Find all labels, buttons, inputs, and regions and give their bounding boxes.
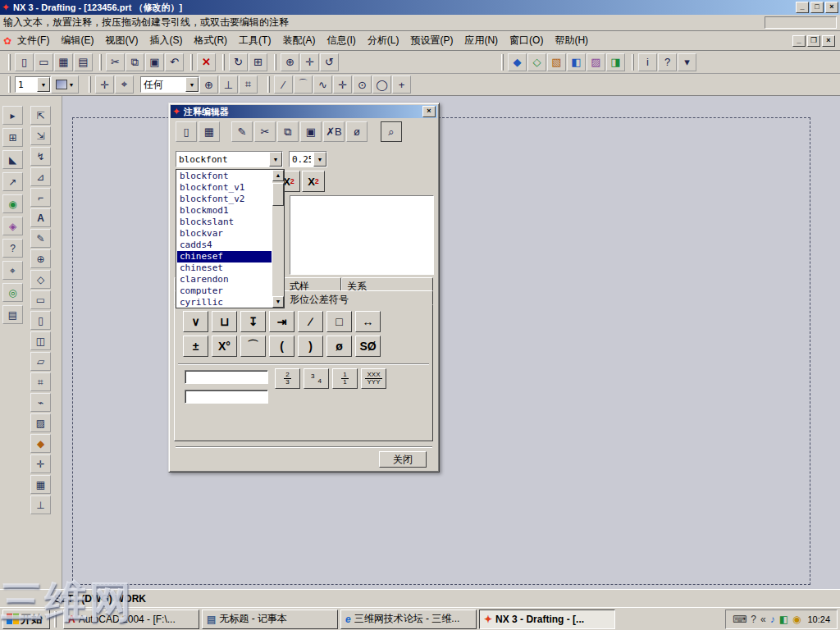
preview-icon[interactable]: ⌕: [381, 121, 402, 142]
dialog-titlebar[interactable]: ✦ 注释编辑器 ×: [171, 105, 437, 118]
menu-item[interactable]: 插入(S): [144, 31, 188, 50]
point-icon[interactable]: ✛: [333, 75, 352, 94]
draft-tool-12-icon[interactable]: ◫: [30, 331, 51, 350]
refresh-icon[interactable]: ↻: [229, 53, 248, 71]
font-combo[interactable]: ▼: [176, 151, 283, 167]
layers-icon[interactable]: ▧: [547, 53, 566, 71]
symbol-button[interactable]: ∨: [183, 311, 208, 332]
draft-tool-2-icon[interactable]: ⇲: [30, 126, 51, 145]
monitor-icon[interactable]: ◉: [792, 614, 801, 625]
zoom-icon[interactable]: ⊕: [281, 53, 299, 71]
child-restore-button[interactable]: ❐: [807, 35, 820, 47]
collapse-icon[interactable]: «: [760, 614, 766, 625]
fraction-style-button[interactable]: XXX YYY: [361, 368, 386, 389]
font-list-item[interactable]: blockvar: [177, 228, 272, 240]
dock-tool-9-icon[interactable]: ◎: [2, 283, 23, 302]
symbol-button[interactable]: ): [298, 336, 323, 357]
chevron-down-icon[interactable]: ▼: [37, 77, 50, 92]
draft-tool-11-icon[interactable]: ▯: [30, 311, 51, 330]
draft-tool-3-icon[interactable]: ↯: [30, 147, 51, 166]
pan-icon[interactable]: ✛: [300, 53, 319, 71]
symbol-button[interactable]: ↧: [240, 311, 266, 332]
info-icon[interactable]: i: [638, 53, 657, 71]
fit-view-icon[interactable]: ⊞: [249, 53, 267, 71]
arc-icon[interactable]: ⌒: [294, 75, 313, 94]
menu-item[interactable]: 信息(I): [321, 31, 361, 50]
align-icon[interactable]: ⌗: [239, 75, 258, 94]
font-list-item[interactable]: blockfont_v2: [177, 194, 272, 205]
volume-icon[interactable]: ♪: [770, 614, 775, 625]
scrollbar-thumb[interactable]: [272, 183, 284, 206]
dock-tool-3-icon[interactable]: ◣: [2, 150, 23, 169]
cut-icon[interactable]: ✂: [254, 121, 276, 142]
network-icon[interactable]: ◧: [779, 614, 788, 625]
menu-item[interactable]: 编辑(E): [55, 31, 99, 50]
keyboard-icon[interactable]: ⌨: [733, 614, 746, 625]
menu-item[interactable]: 窗口(O): [504, 31, 549, 50]
symbol-button[interactable]: □: [326, 311, 352, 332]
clear-format-icon[interactable]: ✗B: [323, 121, 345, 142]
draft-tool-14-icon[interactable]: ⌗: [30, 372, 51, 391]
taskbar-task[interactable]: e 三维网技术论坛 - 三维...: [340, 609, 477, 629]
symbol-button[interactable]: ⊔: [212, 311, 237, 332]
constraint-icon[interactable]: ⊥: [219, 75, 238, 94]
modeling-app-icon[interactable]: ◧: [567, 53, 586, 71]
draft-tool-20-icon[interactable]: ⊥: [30, 495, 51, 514]
new-text-icon[interactable]: ▯: [176, 121, 197, 142]
child-close-button[interactable]: ×: [822, 35, 835, 47]
draft-tool-4-icon[interactable]: ⊿: [30, 167, 51, 186]
selection-filter-input[interactable]: [141, 77, 185, 92]
copy-icon[interactable]: ⧉: [126, 53, 144, 71]
customize-icon[interactable]: ▾: [678, 53, 696, 71]
sheet-number-combo[interactable]: ▼: [15, 76, 51, 93]
tab-relation[interactable]: 关系: [341, 277, 433, 291]
undo-icon[interactable]: ↶: [165, 53, 184, 71]
toolbar-drag-handle[interactable]: [267, 76, 270, 93]
dialog-close-action-button[interactable]: 关闭: [379, 451, 427, 468]
scroll-down-icon[interactable]: ▼: [272, 296, 284, 308]
menu-item[interactable]: 帮助(H): [549, 31, 594, 50]
symbol-button[interactable]: (: [269, 336, 294, 357]
dock-tool-8-icon[interactable]: ⌖: [2, 261, 23, 280]
toolbar-drag-handle[interactable]: [8, 76, 11, 93]
delete-icon[interactable]: ✕: [197, 53, 216, 71]
color-swatch-button[interactable]: ▼: [51, 75, 79, 94]
fraction-style-button[interactable]: 2 3: [275, 368, 300, 389]
chevron-down-icon[interactable]: ▼: [313, 152, 326, 167]
size-combo[interactable]: ▼: [289, 151, 327, 167]
child-minimize-button[interactable]: _: [792, 35, 806, 47]
save-text-icon[interactable]: ▦: [199, 121, 220, 142]
font-list-item[interactable]: cadds4: [177, 240, 272, 251]
symbol-button[interactable]: ∕: [298, 311, 323, 332]
toolbar-drag-handle[interactable]: [190, 54, 193, 71]
line-icon[interactable]: ∕: [274, 75, 293, 94]
print-icon[interactable]: ▤: [74, 53, 93, 71]
circle-icon[interactable]: ⊙: [353, 75, 372, 94]
fraction-style-button[interactable]: 3 4: [304, 368, 329, 389]
symbol-button[interactable]: SØ: [355, 336, 381, 357]
menu-item[interactable]: 工具(T): [233, 31, 276, 50]
size-combo-input[interactable]: [290, 152, 313, 167]
toolbar-drag-handle[interactable]: [274, 54, 276, 71]
wireframe-view-icon[interactable]: ◇: [527, 53, 546, 71]
dock-tool-2-icon[interactable]: ⊞: [2, 128, 23, 147]
menu-item[interactable]: 文件(F): [11, 31, 55, 50]
chevron-down-icon[interactable]: ▼: [269, 152, 282, 167]
taskbar-task[interactable]: A AutoCAD 2004 - [F:\...: [63, 609, 199, 629]
dock-tool-6-icon[interactable]: ◈: [2, 217, 23, 235]
menu-item[interactable]: 分析(L): [362, 31, 405, 50]
help-icon[interactable]: ?: [658, 53, 677, 71]
taskbar-task[interactable]: ✦ NX 3 - Drafting - [...: [479, 609, 615, 629]
font-list-item[interactable]: blockslant: [177, 217, 272, 228]
font-list-item[interactable]: computer: [177, 285, 272, 297]
dock-tool-1-icon[interactable]: ▸: [2, 106, 23, 125]
annotation-text-area[interactable]: [290, 195, 434, 275]
symbol-button[interactable]: ⌒: [240, 336, 266, 357]
menu-item[interactable]: 视图(V): [99, 31, 144, 50]
draft-tool-15-icon[interactable]: ⌁: [30, 393, 51, 412]
draft-tool-17-icon[interactable]: ◆: [30, 434, 51, 453]
draft-tool-19-icon[interactable]: ▦: [30, 475, 51, 494]
symbol-button[interactable]: ↔: [355, 311, 381, 332]
rotate-icon[interactable]: ↺: [320, 53, 339, 71]
toolbar-drag-handle[interactable]: [89, 76, 91, 93]
